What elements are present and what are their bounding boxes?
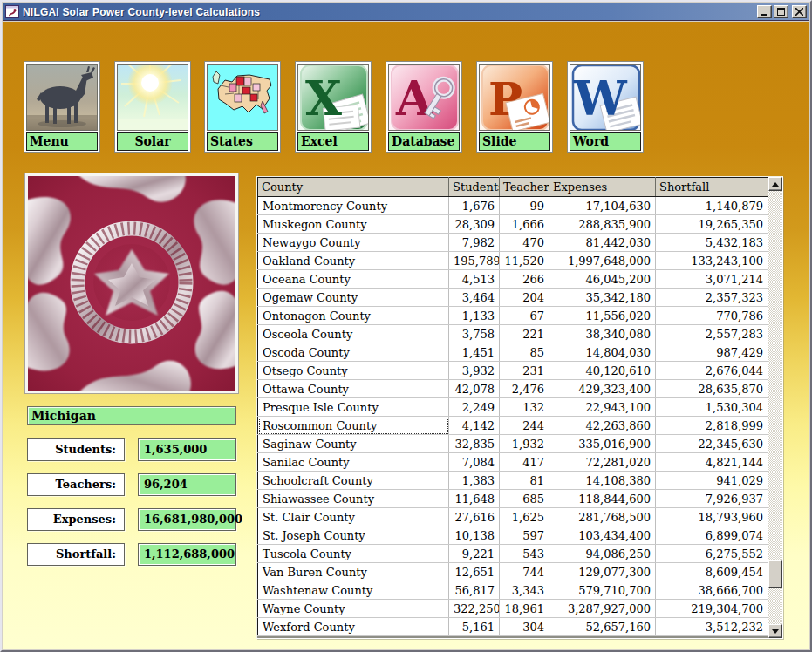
col-header-county[interactable]: County [258,178,449,197]
cell-students[interactable]: 3,758 [449,325,500,343]
cell-county[interactable]: Newaygo County [258,234,449,252]
cell-shortfall[interactable]: 8,609,454 [656,563,768,581]
cell-shortfall[interactable]: 7,926,937 [656,490,768,508]
cell-shortfall[interactable]: 2,676,044 [656,362,768,380]
cell-shortfall[interactable]: 1,140,879 [656,197,768,215]
cell-students[interactable]: 195,789 [449,252,500,270]
table-row[interactable]: Van Buren County 12,651 744 129,077,300 … [258,563,768,581]
cell-teachers[interactable]: 18,961 [500,600,549,618]
cell-shortfall[interactable]: 22,345,630 [656,435,768,453]
cell-expenses[interactable]: 1,997,648,000 [549,252,656,270]
table-row[interactable]: Washtenaw County 56,817 3,343 579,710,70… [258,581,768,600]
cell-shortfall[interactable]: 6,899,074 [656,526,768,545]
cell-students[interactable]: 12,651 [449,563,500,581]
table-row[interactable]: Muskegon County 28,309 1,666 288,835,900… [258,215,768,234]
col-header-teachers[interactable]: Teachers [500,178,549,197]
cell-county[interactable]: Oceana County [258,270,449,289]
cell-shortfall[interactable]: 3,071,214 [656,270,768,289]
cell-students[interactable]: 3,464 [449,289,500,307]
cell-students[interactable]: 1,383 [449,472,500,490]
database-button[interactable]: A Database [386,61,462,153]
cell-shortfall[interactable]: 2,357,323 [656,289,768,307]
cell-county[interactable]: St. Joseph County [258,526,449,545]
table-row[interactable]: Tuscola County 9,221 543 94,086,250 6,27… [258,545,768,563]
cell-expenses[interactable]: 35,342,180 [549,289,656,307]
table-row[interactable]: Shiawassee County 11,648 685 118,844,600… [258,490,768,508]
col-header-students[interactable]: Students [449,178,500,197]
table-row[interactable]: Wexford County 5,161 304 52,657,160 3,51… [258,618,768,636]
cell-county[interactable]: Washtenaw County [258,581,449,600]
cell-students[interactable]: 28,309 [449,215,500,234]
cell-teachers[interactable]: 2,476 [500,380,549,398]
cell-expenses[interactable]: 118,844,600 [549,490,656,508]
cell-expenses[interactable]: 11,556,020 [549,307,656,325]
cell-expenses[interactable]: 3,287,927,000 [549,600,656,618]
cell-expenses[interactable]: 40,120,610 [549,362,656,380]
cell-teachers[interactable]: 231 [500,362,549,380]
cell-students[interactable]: 1,451 [449,343,500,362]
cell-teachers[interactable]: 1,666 [500,215,549,234]
cell-county[interactable]: Osceola County [258,325,449,343]
cell-shortfall[interactable]: 987,429 [656,343,768,362]
maximize-button[interactable] [774,5,788,18]
cell-students[interactable]: 1,676 [449,197,500,215]
cell-shortfall[interactable]: 19,265,350 [656,215,768,234]
cell-shortfall[interactable]: 770,786 [656,307,768,325]
students-value[interactable]: 1,635,000 [138,438,236,461]
cell-shortfall[interactable]: 4,821,144 [656,453,768,472]
cell-expenses[interactable]: 429,323,400 [549,380,656,398]
cell-county[interactable]: Ottawa County [258,380,449,398]
cell-county[interactable]: Otsego County [258,362,449,380]
cell-county[interactable]: Sanilac County [258,453,449,472]
cell-county[interactable]: Ogemaw County [258,289,449,307]
scroll-up-button[interactable] [768,177,782,191]
close-button[interactable] [792,5,807,18]
cell-teachers[interactable]: 685 [500,490,549,508]
menu-button[interactable]: Menu [24,61,100,153]
cell-students[interactable]: 42,078 [449,380,500,398]
cell-county[interactable]: Roscommon County [258,417,449,435]
solar-button[interactable]: Solar [114,61,191,153]
cell-shortfall[interactable]: 2,818,999 [656,417,768,435]
table-row[interactable]: Saginaw County 32,835 1,932 335,016,900 … [258,435,768,453]
cell-shortfall[interactable]: 5,432,183 [656,234,768,252]
cell-expenses[interactable]: 129,077,300 [549,563,656,581]
cell-teachers[interactable]: 470 [500,234,549,252]
cell-expenses[interactable]: 17,104,630 [549,197,656,215]
cell-teachers[interactable]: 99 [500,197,549,215]
table-row[interactable]: Sanilac County 7,084 417 72,281,020 4,82… [258,453,768,472]
table-row[interactable]: Ontonagon County 1,133 67 11,556,020 770… [258,307,768,325]
cell-shortfall[interactable]: 1,530,304 [656,398,768,417]
cell-students[interactable]: 4,513 [449,270,500,289]
cell-students[interactable]: 7,982 [449,234,500,252]
table-row[interactable]: St. Joseph County 10,138 597 103,434,400… [258,526,768,545]
shortfall-value[interactable]: 1,112,688,000 [138,543,236,566]
cell-teachers[interactable]: 3,343 [500,581,549,600]
table-row[interactable]: St. Clair County 27,616 1,625 281,768,50… [258,508,768,526]
cell-expenses[interactable]: 81,442,030 [549,234,656,252]
cell-county[interactable]: Ontonagon County [258,307,449,325]
cell-expenses[interactable]: 52,657,160 [549,618,656,636]
cell-students[interactable]: 7,084 [449,453,500,472]
cell-teachers[interactable]: 132 [500,398,549,417]
table-row[interactable]: Schoolcraft County 1,383 81 14,108,380 9… [258,472,768,490]
slide-button[interactable]: P Slide [476,61,553,153]
cell-expenses[interactable]: 288,835,900 [549,215,656,234]
table-row[interactable]: Osceola County 3,758 221 38,340,080 2,55… [258,325,768,343]
cell-students[interactable]: 1,133 [449,307,500,325]
cell-teachers[interactable]: 543 [500,545,549,563]
cell-students[interactable]: 2,249 [449,398,500,417]
cell-shortfall[interactable]: 38,666,700 [656,581,768,600]
cell-teachers[interactable]: 81 [500,472,549,490]
table-row[interactable]: Oakland County 195,789 11,520 1,997,648,… [258,252,768,270]
cell-expenses[interactable]: 94,086,250 [549,545,656,563]
cell-county[interactable]: Van Buren County [258,563,449,581]
cell-county[interactable]: Schoolcraft County [258,472,449,490]
cell-students[interactable]: 11,648 [449,490,500,508]
cell-expenses[interactable]: 46,045,200 [549,270,656,289]
cell-students[interactable]: 5,161 [449,618,500,636]
word-button[interactable]: W Word [567,61,644,153]
cell-teachers[interactable]: 1,625 [500,508,549,526]
cell-teachers[interactable]: 744 [500,563,549,581]
scrollbar-thumb[interactable] [768,560,782,588]
